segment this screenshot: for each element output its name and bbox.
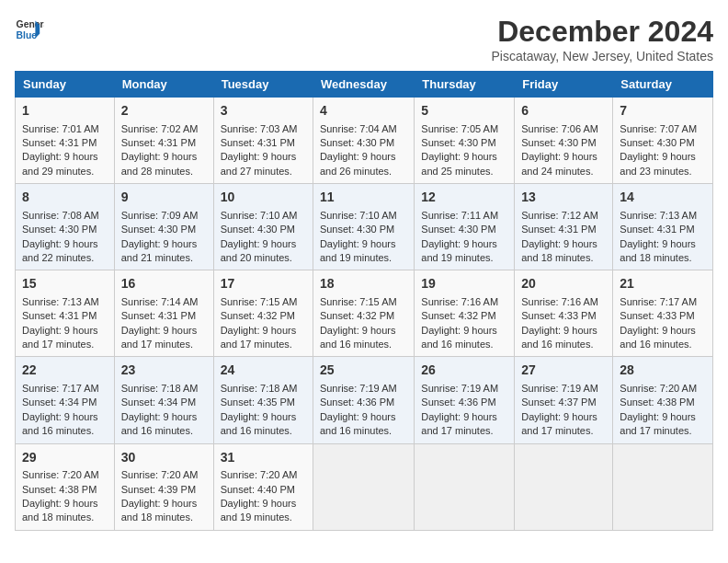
day-number: 8 [22,189,108,207]
sunset-label: Sunset: 4:39 PM [121,484,196,495]
daylight-label: Daylight: 9 hours and 16 minutes. [22,411,98,436]
daylight-label: Daylight: 9 hours and 28 minutes. [121,151,198,176]
sunset-label: Sunset: 4:32 PM [320,310,394,321]
calendar-day-cell: 4Sunrise: 7:04 AMSunset: 4:30 PMDaylight… [313,98,414,184]
sunset-label: Sunset: 4:31 PM [521,224,596,235]
daylight-label: Daylight: 9 hours and 16 minutes. [521,325,597,350]
sunrise-label: Sunrise: 7:13 AM [620,210,697,221]
sunrise-label: Sunrise: 7:18 AM [221,383,298,394]
sunrise-label: Sunrise: 7:08 AM [22,210,99,221]
calendar-day-cell: 7Sunrise: 7:07 AMSunset: 4:30 PMDaylight… [613,98,713,184]
sunset-label: Sunset: 4:31 PM [22,310,97,321]
calendar-day-cell: 25Sunrise: 7:19 AMSunset: 4:36 PMDayligh… [313,357,414,443]
calendar-day-cell: 27Sunrise: 7:19 AMSunset: 4:37 PMDayligh… [515,357,613,443]
sunset-label: Sunset: 4:32 PM [221,310,295,321]
daylight-label: Daylight: 9 hours and 18 minutes. [121,498,198,523]
daylight-label: Daylight: 9 hours and 16 minutes. [320,325,396,350]
day-number: 11 [320,189,407,207]
daylight-label: Daylight: 9 hours and 17 minutes. [221,325,297,350]
day-number: 17 [221,275,306,293]
calendar-day-cell: 28Sunrise: 7:20 AMSunset: 4:38 PMDayligh… [613,357,713,443]
daylight-label: Daylight: 9 hours and 17 minutes. [620,411,696,436]
day-number: 16 [121,275,207,293]
location: Piscataway, New Jersey, United States [492,49,713,63]
calendar-header-cell: Sunday [16,72,115,98]
daylight-label: Daylight: 9 hours and 27 minutes. [221,151,297,176]
day-number: 18 [320,275,407,293]
calendar-day-cell [313,443,414,530]
sunset-label: Sunset: 4:38 PM [620,396,694,408]
daylight-label: Daylight: 9 hours and 26 minutes. [320,151,396,176]
day-number: 9 [121,189,207,207]
daylight-label: Daylight: 9 hours and 17 minutes. [22,325,98,350]
sunset-label: Sunset: 4:30 PM [421,137,495,148]
sunset-label: Sunset: 4:35 PM [221,396,295,408]
calendar-week-row: 1Sunrise: 7:01 AMSunset: 4:31 PMDaylight… [16,98,713,184]
daylight-label: Daylight: 9 hours and 21 minutes. [121,238,198,263]
day-number: 1 [22,102,108,121]
sunset-label: Sunset: 4:30 PM [521,137,596,148]
daylight-label: Daylight: 9 hours and 16 minutes. [121,411,198,436]
calendar-header-cell: Wednesday [313,72,414,98]
sunrise-label: Sunrise: 7:20 AM [121,469,199,480]
daylight-label: Daylight: 9 hours and 29 minutes. [22,151,98,176]
sunrise-label: Sunrise: 7:17 AM [22,383,99,394]
sunrise-label: Sunrise: 7:15 AM [221,296,298,307]
day-number: 7 [620,102,706,121]
sunset-label: Sunset: 4:31 PM [121,137,196,148]
sunrise-label: Sunrise: 7:01 AM [22,123,99,134]
daylight-label: Daylight: 9 hours and 19 minutes. [221,498,297,523]
day-number: 13 [521,189,606,207]
sunrise-label: Sunrise: 7:06 AM [521,123,598,134]
sunrise-label: Sunrise: 7:07 AM [620,123,697,134]
calendar-day-cell: 18Sunrise: 7:15 AMSunset: 4:32 PMDayligh… [313,270,414,357]
day-number: 30 [121,449,207,467]
calendar-table: SundayMondayTuesdayWednesdayThursdayFrid… [15,71,713,531]
sunrise-label: Sunrise: 7:18 AM [121,383,199,394]
day-number: 5 [421,102,507,121]
sunset-label: Sunset: 4:30 PM [22,224,97,235]
calendar-day-cell: 14Sunrise: 7:13 AMSunset: 4:31 PMDayligh… [613,184,713,270]
sunrise-label: Sunrise: 7:05 AM [421,123,498,134]
day-number: 12 [421,189,507,207]
calendar-header-row: SundayMondayTuesdayWednesdayThursdayFrid… [16,72,713,98]
day-number: 19 [421,275,507,293]
svg-text:General: General [17,19,44,29]
sunset-label: Sunset: 4:31 PM [620,224,694,235]
sunset-label: Sunset: 4:30 PM [320,224,394,235]
sunset-label: Sunset: 4:40 PM [221,484,295,495]
logo: General Blue [15,15,44,44]
calendar-day-cell: 1Sunrise: 7:01 AMSunset: 4:31 PMDaylight… [16,98,115,184]
daylight-label: Daylight: 9 hours and 22 minutes. [22,238,98,263]
sunset-label: Sunset: 4:30 PM [620,137,694,148]
day-number: 31 [221,449,306,467]
calendar-day-cell: 21Sunrise: 7:17 AMSunset: 4:33 PMDayligh… [613,270,713,357]
sunrise-label: Sunrise: 7:16 AM [521,296,598,307]
day-number: 25 [320,362,407,380]
calendar-day-cell: 23Sunrise: 7:18 AMSunset: 4:34 PMDayligh… [114,357,213,443]
daylight-label: Daylight: 9 hours and 19 minutes. [320,238,396,263]
sunrise-label: Sunrise: 7:19 AM [320,383,397,394]
day-number: 27 [521,362,606,380]
sunrise-label: Sunrise: 7:19 AM [421,383,498,394]
daylight-label: Daylight: 9 hours and 17 minutes. [521,411,597,436]
calendar-day-cell: 30Sunrise: 7:20 AMSunset: 4:39 PMDayligh… [114,443,213,530]
sunset-label: Sunset: 4:32 PM [421,310,495,321]
daylight-label: Daylight: 9 hours and 20 minutes. [221,238,297,263]
daylight-label: Daylight: 9 hours and 17 minutes. [421,411,497,436]
calendar-week-row: 29Sunrise: 7:20 AMSunset: 4:38 PMDayligh… [16,443,713,530]
calendar-header-cell: Friday [515,72,613,98]
daylight-label: Daylight: 9 hours and 18 minutes. [22,498,98,523]
sunset-label: Sunset: 4:33 PM [521,310,596,321]
calendar-day-cell: 3Sunrise: 7:03 AMSunset: 4:31 PMDaylight… [213,98,313,184]
day-number: 4 [320,102,407,121]
svg-text:Blue: Blue [17,30,38,40]
sunrise-label: Sunrise: 7:13 AM [22,296,99,307]
day-number: 23 [121,362,207,380]
sunrise-label: Sunrise: 7:11 AM [421,210,498,221]
calendar-day-cell: 10Sunrise: 7:10 AMSunset: 4:30 PMDayligh… [213,184,313,270]
day-number: 2 [121,102,207,121]
calendar-day-cell: 12Sunrise: 7:11 AMSunset: 4:30 PMDayligh… [415,184,515,270]
sunrise-label: Sunrise: 7:10 AM [320,210,397,221]
calendar-day-cell: 19Sunrise: 7:16 AMSunset: 4:32 PMDayligh… [415,270,515,357]
